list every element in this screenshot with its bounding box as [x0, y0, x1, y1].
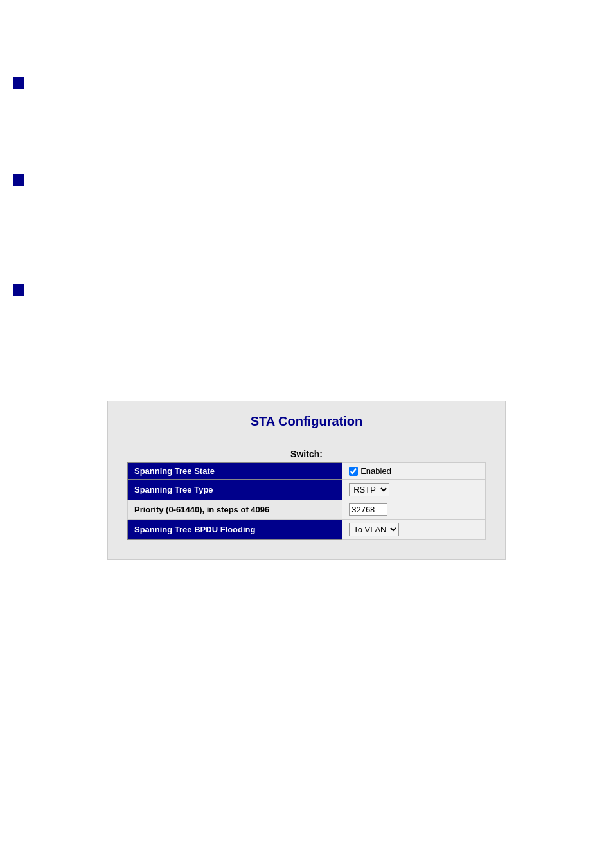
- section-2: [13, 155, 600, 246]
- spanning-tree-state-label: Spanning Tree State: [128, 463, 342, 480]
- page-container: STA Configuration Switch: Spanning Tree …: [0, 0, 613, 868]
- blue-square-1: [13, 77, 24, 89]
- section-3: [13, 265, 600, 368]
- bpdu-flooding-value: To VLAN Flood Discard: [342, 520, 486, 540]
- sta-panel: STA Configuration Switch: Spanning Tree …: [107, 401, 506, 560]
- sta-panel-title: STA Configuration: [127, 414, 486, 429]
- spanning-tree-state-value: Enabled: [342, 463, 486, 480]
- sta-divider: [127, 439, 486, 439]
- enabled-label: Enabled: [360, 466, 391, 476]
- spanning-tree-type-select[interactable]: RSTP STP MSTP: [349, 483, 389, 496]
- section-1: [13, 19, 600, 136]
- priority-label: Priority (0-61440), in steps of 4096: [128, 500, 342, 520]
- blue-square-3: [13, 284, 24, 296]
- switch-label: Switch:: [127, 449, 486, 459]
- blue-square-2: [13, 174, 24, 186]
- table-row: Spanning Tree State Enabled: [128, 463, 486, 480]
- spanning-tree-type-label: Spanning Tree Type: [128, 480, 342, 500]
- priority-input[interactable]: [349, 503, 387, 516]
- sta-panel-wrapper: STA Configuration Switch: Spanning Tree …: [13, 394, 600, 566]
- table-row: Priority (0-61440), in steps of 4096: [128, 500, 486, 520]
- spanning-tree-state-checkbox[interactable]: [349, 467, 358, 476]
- sta-table: Spanning Tree State Enabled Spanning Tre…: [127, 462, 486, 540]
- priority-value: [342, 500, 486, 520]
- spanning-tree-type-value: RSTP STP MSTP: [342, 480, 486, 500]
- bpdu-flooding-select[interactable]: To VLAN Flood Discard: [349, 523, 399, 536]
- bpdu-flooding-label: Spanning Tree BPDU Flooding: [128, 520, 342, 540]
- table-row: Spanning Tree Type RSTP STP MSTP: [128, 480, 486, 500]
- enabled-checkbox-container: Enabled: [349, 466, 479, 476]
- table-row: Spanning Tree BPDU Flooding To VLAN Floo…: [128, 520, 486, 540]
